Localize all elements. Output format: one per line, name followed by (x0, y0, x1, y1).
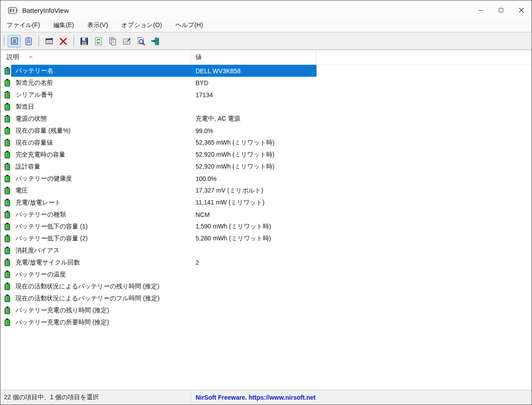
statusbar: 22 個の項目中、1 個の項目を選択 NirSoft Freeware. htt… (0, 390, 532, 405)
list-item[interactable]: バッテリーの健康度 100.0% (0, 173, 532, 185)
battery-icon (4, 318, 10, 326)
minimize-icon (478, 10, 483, 11)
menu-view[interactable]: 表示(V) (87, 21, 113, 31)
list-item[interactable]: 電源の状態 充電中, AC 電源 (0, 113, 532, 125)
list-item[interactable]: 現在の活動状況によるバッテリーのフル時間 (推定) (0, 292, 532, 304)
toolbar-gripper (4, 36, 4, 47)
item-description: バッテリー低下の容量 (1) (11, 223, 191, 231)
list-item[interactable]: バッテリー充電の残り時間 (推定) (0, 304, 532, 316)
menu-edit[interactable]: 編集(E) (53, 21, 79, 31)
copy-button[interactable] (106, 35, 119, 47)
item-value: 52,920 mWh (ミリワット時) (191, 163, 317, 171)
item-description: 充電/放電サイクル回数 (11, 259, 191, 267)
listview: 説明 値 バッテリー名 DELL WV3K858 (0, 50, 532, 390)
list-item[interactable]: バッテリーの温度 (0, 268, 532, 280)
item-description: 消耗度バイアス (11, 247, 191, 255)
titlebar: BatteryInfoView (0, 0, 532, 20)
list-item[interactable]: シリアル番号 17134 (0, 89, 532, 101)
toolbar-separator (39, 36, 39, 47)
list-item[interactable]: 充電/放電レート 11,141 mW (ミリワット) (0, 197, 532, 208)
item-description: 電源の状態 (11, 115, 191, 123)
item-value: 充電中, AC 電源 (191, 115, 317, 123)
item-description: 製造日 (11, 103, 191, 111)
battery-icon (4, 163, 10, 170)
list-item[interactable]: 完全充電時の容量 52,920 mWh (ミリワット時) (0, 149, 532, 161)
choose-columns-button[interactable] (43, 35, 56, 47)
column-header-value[interactable]: 値 (191, 50, 316, 64)
nirsoft-link[interactable]: NirSoft Freeware. https://www.nirsoft.ne… (191, 390, 532, 405)
red-x-icon (59, 37, 68, 46)
item-value: DELL WV3K858 (191, 67, 317, 75)
battery-icon (4, 175, 10, 182)
sort-ascending-icon (29, 56, 33, 59)
exit-button[interactable] (149, 35, 162, 47)
battery-icon (4, 247, 10, 254)
item-value: 11,141 mW (ミリワット) (191, 199, 317, 207)
column-header-value-label: 値 (196, 53, 202, 61)
list-item[interactable]: バッテリー名 DELL WV3K858 (0, 65, 532, 77)
list-item[interactable]: バッテリー低下の容量 (2) 5,280 mWh (ミリワット時) (0, 232, 532, 244)
item-description: シリアル番号 (11, 91, 191, 99)
find-button[interactable] (134, 35, 148, 47)
choose-columns-icon (45, 37, 54, 45)
maximize-button[interactable] (491, 0, 511, 20)
battery-icon (4, 127, 10, 134)
list-item[interactable]: 製造日 (0, 101, 532, 113)
minimize-button[interactable] (470, 0, 491, 20)
item-description: 設計容量 (11, 163, 191, 171)
properties-button[interactable] (120, 35, 133, 47)
list-item[interactable]: 消耗度バイアス (0, 244, 532, 256)
delete-button[interactable] (57, 35, 70, 47)
item-value: 99.0% (191, 127, 317, 134)
item-value: 17,327 mV (ミリボルト) (191, 187, 317, 195)
app-window: BatteryInfoView ファイル(F) 編集(E) 表示(V) オプショ… (0, 0, 532, 405)
battery-icon (4, 199, 10, 206)
battery-icon (4, 307, 10, 314)
refresh-button[interactable] (92, 35, 105, 47)
list-item[interactable]: 現在の容量 (残量%) 99.0% (0, 125, 532, 137)
battery-icon (4, 187, 10, 194)
column-header-description[interactable]: 説明 (0, 50, 191, 64)
item-description: バッテリー充電の残り時間 (推定) (11, 307, 191, 315)
item-description: 現在の容量値 (11, 139, 191, 147)
menu-help[interactable]: ヘルプ(H) (175, 21, 208, 31)
item-value: 100.0% (191, 175, 317, 182)
list-body: バッテリー名 DELL WV3K858 製造元の名前 BYD シリアル番号 17… (0, 65, 532, 390)
list-item[interactable]: 充電/放電サイクル回数 2 (0, 256, 532, 268)
report-view-button[interactable] (8, 35, 21, 47)
battery-icon (4, 271, 10, 278)
find-icon (137, 37, 145, 46)
battery-icon (4, 79, 10, 87)
list-item[interactable]: 電圧 17,327 mV (ミリボルト) (0, 185, 532, 197)
refresh-icon (94, 37, 103, 46)
list-item[interactable]: 製造元の名前 BYD (0, 77, 532, 89)
item-description: 充電/放電レート (11, 199, 191, 207)
list-item[interactable]: 現在の容量値 52,365 mWh (ミリワット時) (0, 137, 532, 149)
close-button[interactable] (511, 0, 532, 20)
toolbar (0, 32, 532, 50)
list-item[interactable]: 現在の活動状況によるバッテリーの残り時間 (推定) (0, 280, 532, 292)
battery-icon (4, 115, 10, 122)
menu-options[interactable]: オプション(O) (121, 21, 168, 31)
list-item[interactable]: 設計容量 52,920 mWh (ミリワット時) (0, 161, 532, 173)
list-header: 説明 値 (0, 50, 532, 65)
item-description: 電圧 (11, 187, 191, 195)
list-item[interactable]: バッテリー充電の所要時間 (推定) (0, 316, 532, 328)
battery-icon (4, 295, 10, 302)
item-description: バッテリーの種類 (11, 211, 191, 219)
close-icon (519, 8, 524, 13)
clipboard-icon (24, 37, 33, 45)
menu-file[interactable]: ファイル(F) (7, 21, 45, 31)
item-value: 2 (191, 259, 317, 266)
save-button[interactable] (78, 35, 91, 47)
properties-icon (122, 37, 131, 46)
clipboard-report-button[interactable] (22, 35, 35, 47)
item-value: NCM (191, 211, 317, 218)
item-description: バッテリーの健康度 (11, 175, 191, 183)
list-item[interactable]: バッテリー低下の容量 (1) 1,590 mWh (ミリワット時) (0, 220, 532, 232)
battery-icon (4, 235, 10, 242)
list-item[interactable]: バッテリーの種類 NCM (0, 208, 532, 220)
battery-icon (4, 259, 10, 266)
menubar: ファイル(F) 編集(E) 表示(V) オプション(O) ヘルプ(H) (0, 20, 532, 32)
floppy-disk-icon (80, 37, 89, 46)
